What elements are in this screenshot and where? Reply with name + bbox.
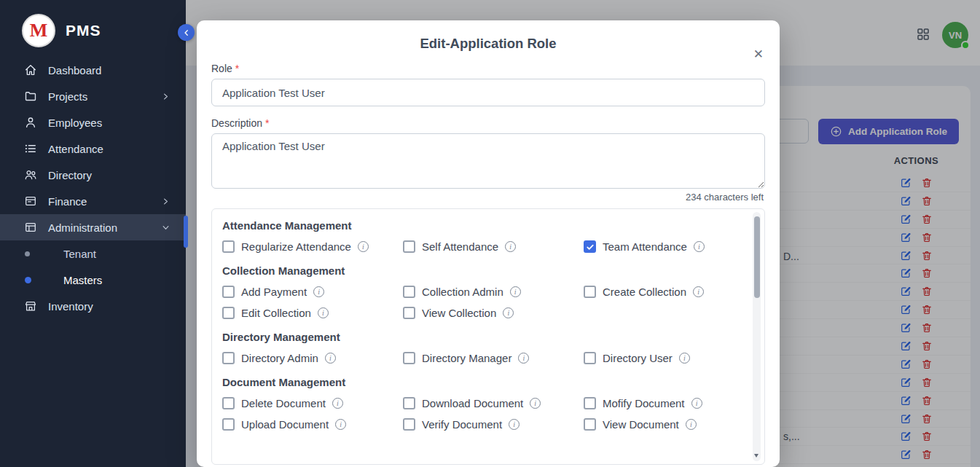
sidebar-subitem-masters[interactable]: Masters	[0, 267, 186, 293]
description-textarea[interactable]: Application Test User	[211, 133, 765, 189]
role-input[interactable]	[211, 79, 765, 106]
permission-label: Team Attendance	[603, 240, 687, 253]
info-icon[interactable]: i	[691, 398, 702, 409]
info-icon[interactable]: i	[510, 286, 521, 297]
sidebar-subitem-tenant[interactable]: Tenant	[0, 240, 186, 267]
checkbox-verify-document[interactable]	[403, 418, 415, 431]
permission-mofify-document[interactable]: Mofify Documenti	[584, 397, 740, 409]
folder-icon	[24, 90, 37, 103]
info-icon[interactable]: i	[325, 353, 336, 364]
permission-directory-admin[interactable]: Directory Admini	[222, 352, 403, 364]
required-asterisk: *	[265, 117, 269, 129]
section-title-attendance-management: Attendance Management	[222, 219, 740, 232]
info-icon[interactable]: i	[530, 398, 541, 409]
required-asterisk: *	[235, 63, 239, 74]
store-icon	[24, 299, 37, 313]
sidebar-item-label: Administration	[48, 221, 117, 234]
permission-directory-manager[interactable]: Directory Manageri	[403, 352, 584, 364]
permission-directory-user[interactable]: Directory Useri	[584, 352, 740, 364]
close-icon[interactable]: ✕	[752, 47, 765, 62]
checkbox-edit-collection[interactable]	[222, 307, 235, 319]
checkbox-regularize-attendance[interactable]	[222, 240, 235, 253]
bullet-icon	[25, 277, 31, 283]
checkbox-create-collection[interactable]	[584, 286, 596, 298]
info-icon[interactable]: i	[693, 286, 704, 297]
checkbox-directory-user[interactable]	[584, 352, 596, 364]
sidebar-item-finance[interactable]: Finance	[0, 188, 186, 214]
permission-label: View Document	[603, 418, 679, 431]
active-item-indicator	[184, 216, 188, 248]
sidebar-item-directory[interactable]: Directory	[0, 162, 186, 188]
user-icon	[24, 116, 37, 129]
permission-edit-collection[interactable]: Edit Collectioni	[222, 307, 403, 319]
chevron-right-icon	[160, 91, 171, 102]
scrollbar-track[interactable]	[753, 212, 761, 461]
bullet-icon	[25, 251, 30, 256]
checkbox-view-collection[interactable]	[403, 307, 415, 319]
sidebar-item-projects[interactable]: Projects	[0, 83, 186, 109]
users-icon	[24, 168, 37, 181]
permission-delete-document[interactable]: Delete Documenti	[222, 397, 403, 409]
sidebar-collapse-button[interactable]	[178, 24, 195, 41]
description-label: Description *	[211, 117, 765, 129]
permission-grid: Directory AdminiDirectory ManageriDirect…	[222, 352, 740, 364]
permission-label: Download Document	[422, 397, 523, 409]
info-icon[interactable]: i	[505, 241, 516, 252]
permission-verify-document[interactable]: Verify Documenti	[403, 418, 584, 431]
app-name: PMS	[66, 22, 101, 39]
sidebar-item-administration[interactable]: Administration	[0, 214, 186, 240]
sidebar-item-label: Finance	[48, 195, 87, 208]
sidebar-item-employees[interactable]: Employees	[0, 109, 186, 136]
checkbox-upload-document[interactable]	[222, 418, 235, 431]
checkbox-view-document[interactable]	[584, 418, 596, 431]
sidebar-item-attendance[interactable]: Attendance	[0, 136, 186, 162]
checkbox-download-document[interactable]	[403, 397, 415, 409]
permission-view-document[interactable]: View Documenti	[584, 418, 740, 431]
permissions-panel: Attendance ManagementRegularize Attendan…	[211, 208, 765, 465]
info-icon[interactable]: i	[679, 353, 690, 364]
info-icon[interactable]: i	[694, 241, 705, 252]
info-icon[interactable]: i	[335, 419, 346, 430]
info-icon[interactable]: i	[358, 241, 369, 252]
logo-letter: M	[30, 20, 48, 42]
sidebar-item-inventory[interactable]: Inventory	[0, 293, 186, 319]
app-screen: VN Add Application Role ACTIONS D...s,..…	[0, 0, 980, 467]
checkbox-add-payment[interactable]	[222, 286, 235, 298]
info-icon[interactable]: i	[332, 398, 343, 409]
sidebar-item-label: Directory	[48, 169, 92, 181]
scroll-down-arrow-icon[interactable]	[754, 454, 758, 458]
info-icon[interactable]: i	[318, 307, 329, 318]
role-label: Role *	[211, 63, 765, 74]
info-icon[interactable]: i	[509, 419, 520, 430]
checkbox-team-attendance[interactable]	[584, 240, 596, 253]
brand: M PMS	[0, 0, 186, 57]
permission-label: Add Payment	[241, 286, 307, 298]
checkbox-mofify-document[interactable]	[584, 397, 596, 409]
permission-grid: Regularize AttendanceiSelf AttendanceiTe…	[222, 240, 740, 253]
sidebar-subitem-label: Masters	[63, 274, 102, 286]
home-icon	[24, 63, 37, 76]
permission-add-payment[interactable]: Add Paymenti	[222, 286, 403, 298]
permission-download-document[interactable]: Download Documenti	[403, 397, 584, 409]
info-icon[interactable]: i	[686, 419, 697, 430]
checkbox-collection-admin[interactable]	[403, 286, 415, 298]
permission-label: Delete Document	[241, 397, 326, 409]
info-icon[interactable]: i	[313, 286, 324, 297]
scrollbar-thumb[interactable]	[754, 216, 760, 298]
checkbox-directory-manager[interactable]	[403, 352, 415, 364]
permission-team-attendance[interactable]: Team Attendancei	[584, 240, 740, 253]
permission-label: Mofify Document	[603, 397, 685, 409]
permission-self-attendance[interactable]: Self Attendancei	[403, 240, 584, 253]
app-logo: M	[22, 14, 55, 47]
checkbox-self-attendance[interactable]	[403, 240, 415, 253]
info-icon[interactable]: i	[503, 307, 514, 318]
permission-create-collection[interactable]: Create Collectioni	[584, 286, 740, 298]
permission-view-collection[interactable]: View Collectioni	[403, 307, 584, 319]
sidebar-item-dashboard[interactable]: Dashboard	[0, 57, 186, 83]
permission-upload-document[interactable]: Upload Documenti	[222, 418, 403, 431]
info-icon[interactable]: i	[518, 353, 529, 364]
checkbox-directory-admin[interactable]	[222, 352, 235, 364]
checkbox-delete-document[interactable]	[222, 397, 235, 409]
permission-regularize-attendance[interactable]: Regularize Attendancei	[222, 240, 403, 253]
permission-collection-admin[interactable]: Collection Admini	[403, 286, 584, 298]
